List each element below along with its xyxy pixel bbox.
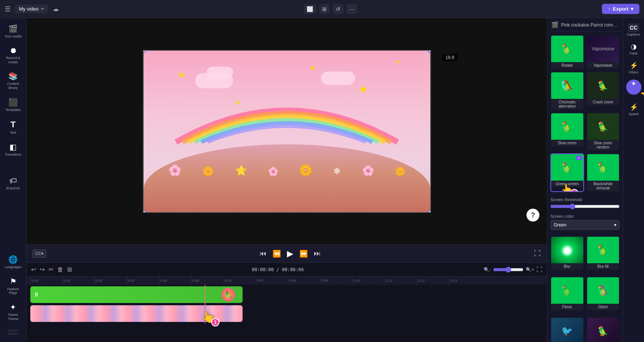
effect-thumb-green-screen: 🦜 ✓: [551, 154, 583, 181]
video-track[interactable]: ⏸ 🦜: [30, 286, 243, 303]
topbar: ☰ My video ✏ ☁ ⬜ ⊞ ↺ ··· ↑ Export ▾: [0, 0, 644, 18]
effects-sidebar: CC Captions ◑ Fade ⚡ Filters ✦ 👆 2: [623, 18, 644, 342]
help-button[interactable]: ?: [526, 209, 539, 222]
record-icon: ⏺: [9, 46, 17, 55]
effect-thumb-rotate: 🦜: [551, 36, 583, 62]
ruler-mark-9: 0:09: [320, 276, 353, 285]
effect-label-filmic: Filmic: [551, 304, 583, 310]
effect-card-crash-zoom[interactable]: 🦜 Crash zoom: [586, 72, 620, 110]
export-button[interactable]: ↑ Export ▾: [602, 4, 639, 14]
rainbow-svg: [166, 72, 407, 155]
canvas-frame: ★ ★ ★ ★ ★: [143, 50, 431, 213]
sidebar-item-templates[interactable]: ⬛ Templates: [2, 95, 25, 115]
content-library-icon: 📚: [8, 72, 18, 81]
cursor-overlay-2: 👆 2: [639, 86, 644, 98]
blur-effects-grid: ⬤ Blur 🦜 Blur fill: [547, 233, 623, 273]
fullscreen-button[interactable]: ⛶: [534, 250, 541, 258]
screen-color-dropdown[interactable]: Green ▾: [550, 220, 620, 230]
effects-sidebar-item-filters[interactable]: ⚡ Filters: [624, 59, 643, 77]
sidebar-item-record-create[interactable]: ⏺ Record &create: [2, 43, 25, 67]
timeline-redo-button[interactable]: ↪: [40, 266, 45, 273]
ruler-mark-6: 0:06: [224, 276, 256, 285]
corner-handle-tl[interactable]: [143, 50, 146, 53]
forward5s-button[interactable]: ⏩: [299, 250, 308, 258]
sidebar-item-version: Versiond62f513: [2, 326, 25, 339]
zoom-in-button[interactable]: 🔍+: [526, 267, 534, 272]
timeline-expand-button[interactable]: ⛶: [536, 266, 542, 273]
effect-card-chromatic-aberration[interactable]: 🦜 Chromatic aberration: [550, 72, 584, 110]
effect-card-more2[interactable]: 🦜: [586, 317, 620, 342]
sidebar-item-label-content: Content library: [4, 82, 23, 90]
effect-card-blur[interactable]: ⬤ Blur: [550, 236, 584, 270]
timeline-transition-button[interactable]: ⊞: [67, 266, 72, 273]
zoom-slider[interactable]: [493, 267, 523, 273]
rewind-to-start-button[interactable]: ⏮: [260, 250, 266, 258]
crop-tool-button[interactable]: ⬜: [304, 4, 316, 14]
resize-tool-button[interactable]: ⊞: [319, 4, 330, 14]
sidebar-item-brand-kit[interactable]: 🏷 Brand kit: [2, 173, 25, 194]
sidebar-item-languages[interactable]: 🌐 Languages: [2, 252, 25, 272]
video-title-button[interactable]: My video ✏: [15, 5, 48, 13]
effects-sidebar-item-captions[interactable]: CC Captions: [624, 21, 643, 39]
dropdown-chevron: ▾: [614, 222, 616, 228]
effect-card-rotate[interactable]: 🦜 Rotate: [550, 35, 584, 69]
effect-card-glitch[interactable]: 🦜 Glitch: [586, 276, 620, 311]
effect-card-slow-zoom-random[interactable]: 🦜 Slow zoom random: [586, 112, 620, 151]
corner-handle-br[interactable]: [428, 210, 431, 213]
effect-card-filmic[interactable]: 🦜 Filmic: [550, 276, 584, 311]
ruler-mark-11: 0:11: [385, 276, 417, 285]
back5s-button[interactable]: ⏪: [273, 250, 281, 258]
corner-handle-bl[interactable]: [143, 210, 146, 213]
video-title-text: My video: [19, 6, 39, 12]
sidebar-item-label-brand: Brand kit: [6, 186, 20, 191]
effects-sidebar-item-fade[interactable]: ◑ Fade: [624, 40, 643, 58]
effect-card-bw-removal[interactable]: 🦜 Black/white removal: [586, 153, 620, 192]
fade-icon: ◑: [631, 42, 637, 51]
captions-label: Captions: [627, 33, 641, 36]
effect-card-green-screen[interactable]: 🦜 ✓ Green screen 👆 3: [550, 153, 584, 192]
sidebar-item-label-text: Text: [10, 131, 16, 135]
sidebar-item-your-media[interactable]: 🎬 Your media: [2, 21, 25, 42]
sidebar-item-fluent-theme[interactable]: ✦ Fluent Theme: [2, 300, 25, 324]
effects-sidebar-item-speed[interactable]: ⚡ Speed: [624, 101, 643, 118]
effect-label-vaporwave: Vaporwave: [587, 62, 619, 69]
effects-sidebar-item-effects[interactable]: ✦ 👆 2: [626, 80, 641, 95]
effect-card-slow-zoom[interactable]: 🦜 Slow zoom: [550, 112, 584, 151]
timeline-cut-button[interactable]: ✂: [49, 266, 53, 273]
sidebar-item-content-library[interactable]: 📚 Content library: [2, 69, 25, 93]
timeline-content: 0:00 0:01 0:02 0:03 0:04 0:05 0:06 0:07 …: [27, 276, 547, 342]
time-ruler: 0:00 0:01 0:02 0:03 0:04 0:05 0:06 0:07 …: [27, 276, 547, 285]
effect-label-glitch: Glitch: [587, 304, 619, 310]
effect-card-vaporwave[interactable]: Vaporwave Vaporwave: [586, 35, 620, 69]
effect-card-more1[interactable]: 🐦: [550, 317, 584, 342]
zoom-out-button[interactable]: 🔍-: [484, 267, 491, 272]
speed-label: Speed: [628, 112, 638, 116]
menu-icon[interactable]: ☰: [5, 5, 11, 13]
effect-thumb-filmic: 🦜: [551, 277, 583, 304]
screen-color-label: Screen color: [547, 213, 623, 220]
sidebar-item-transitions[interactable]: ◧ Transitions: [2, 139, 25, 160]
timeline-delete-button[interactable]: 🗑: [57, 266, 63, 273]
timeline-undo-button[interactable]: ↩: [31, 266, 36, 273]
undo-tool-button[interactable]: ↺: [333, 4, 343, 14]
templates-icon: ⬛: [8, 98, 18, 107]
timeline-timestamp: 00:00:00 / 00:06:66: [76, 267, 480, 272]
threshold-slider[interactable]: [550, 203, 620, 209]
skip-to-end-button[interactable]: ⏭: [314, 250, 321, 258]
effect-card-blur-fill[interactable]: 🦜 Blur fill: [586, 236, 620, 270]
sidebar-item-label-templates: Templates: [5, 108, 21, 112]
play-button[interactable]: ▶: [287, 249, 293, 259]
sidebar-item-text[interactable]: T Text: [2, 117, 25, 138]
ruler-mark-5: 0:05: [191, 276, 224, 285]
timeline-toolbar: ↩ ↪ ✂ 🗑 ⊞ 00:00:00 / 00:06:66 🔍- 🔍+ ⛶: [27, 263, 547, 276]
cc-button[interactable]: CC▾: [33, 250, 46, 258]
sidebar-item-feature-flags[interactable]: ⚑ Feature Flags: [2, 274, 25, 298]
ruler-mark-0: 0:00: [30, 276, 63, 285]
video-preview: ★ ★ ★ ★ ★: [27, 18, 547, 244]
effects-panel-scroll[interactable]: 🦜 Rotate Vaporwave Vaporwave: [547, 32, 623, 342]
more-tool-button[interactable]: ···: [346, 4, 357, 14]
screen-color-section: Screen color Green ▾: [547, 213, 623, 230]
track-parrot-icon: 🦜: [221, 288, 235, 301]
settings-corner-icon[interactable]: ⚙: [424, 52, 429, 59]
brand-kit-icon: 🏷: [9, 176, 17, 185]
